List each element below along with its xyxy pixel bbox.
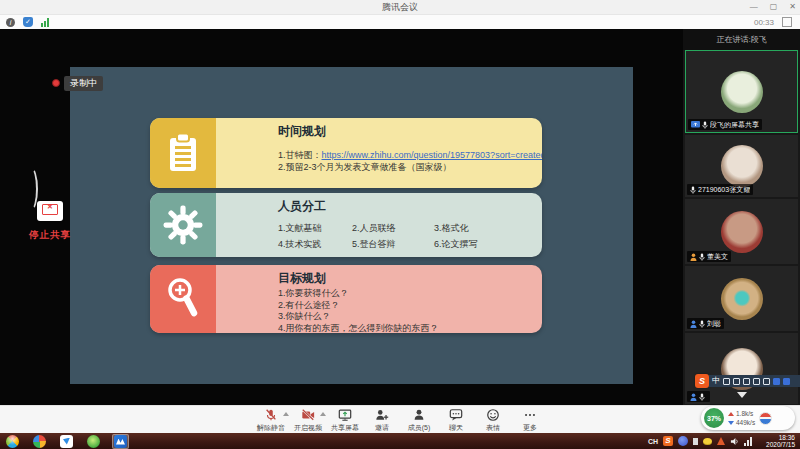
invite-button[interactable]: 邀请 [367,408,397,433]
card-list-item: 4.用你有的东西，怎么得到你缺的东西？ [278,323,542,333]
card-list-item: 1.你要获得什么？ [278,288,542,300]
share-screen-button[interactable]: 共享屏幕 [330,408,360,433]
gear-icon [150,193,216,257]
unmute-button[interactable]: 解除静音 [256,408,286,433]
card-list: 1.你要获得什么？2.有什么途径？3.你缺什么？4.用你有的东西，怎么得到你缺的… [278,288,542,333]
card-body: 人员分工1.文献基础2.人员联络3.格式化4.技术实践5.登台答辩6.论文撰写 [216,193,542,257]
card-time: 时间规划1.甘特图：https://www.zhihu.com/question… [150,118,542,188]
card-grid: 1.文献基础2.人员联络3.格式化4.技术实践5.登台答辩6.论文撰写 [278,222,534,251]
slide-link[interactable]: https://www.zhihu.com/question/19577803?… [322,150,542,160]
invite-icon [375,408,389,422]
card-people: 人员分工1.文献基础2.人员联络3.格式化4.技术实践5.登台答辩6.论文撰写 [150,193,542,257]
start-button[interactable] [4,434,21,449]
mic-mini-icon [690,186,696,194]
mic-icon[interactable] [743,378,750,385]
clipboard-icon[interactable] [763,378,770,385]
meeting-info-icon[interactable]: i [6,18,15,27]
participant-name: 段飞的屏幕共享 [710,120,759,130]
stop-share-button[interactable]: 停止共享 [20,201,80,242]
chevron-up-icon[interactable] [320,412,326,416]
upload-arrow-icon [728,412,734,416]
members-button[interactable]: 成员(5) [404,408,434,433]
mic-mini-icon [699,393,705,401]
app-pinwheel-icon [33,435,46,448]
participant-label [687,391,710,402]
toolbox-icon[interactable] [783,378,790,385]
card-body: 时间规划1.甘特图：https://www.zhihu.com/question… [216,118,542,188]
chat-button[interactable]: 聊天 [441,408,471,433]
window-title: 腾讯会议 [0,1,800,14]
participant-label: 董美文 [687,251,731,262]
participant-name: 董美文 [707,252,728,262]
security-shield-icon[interactable]: ✓ [23,17,33,27]
card-grid-item: 1.文献基础 [278,222,352,235]
card-list-item: 2.有什么途径？ [278,300,542,312]
performance-widget[interactable]: 37% 1.8k/s 449k/s [701,406,795,430]
person-blue-mini-icon [690,320,697,328]
start-video-button[interactable]: 开启视频 [293,408,323,433]
network-tray-icon[interactable] [744,437,752,446]
close-button[interactable]: ✕ [789,0,796,14]
card-grid-item: 5.登台答辩 [352,238,434,251]
collapse-sidebar-button[interactable] [737,392,747,398]
chevron-up-icon[interactable] [283,412,289,416]
participant-tile[interactable]: 27190603张文耀 [685,135,798,197]
taskbar-clock[interactable]: 18:36 2020/7/15 [757,434,797,448]
app-tencent-meeting[interactable] [112,434,129,449]
mic-muted-icon [264,408,278,422]
flame-icon[interactable] [717,437,725,445]
meeting-statusbar: i ✓ 00:33 [0,15,800,30]
participant-tile[interactable]: 段飞的屏幕共享 [685,50,798,133]
fullscreen-icon[interactable] [782,17,792,27]
minimize-button[interactable]: — [750,0,758,14]
participant-tile[interactable]: 刘聪 [685,266,798,331]
maximize-button[interactable]: ▢ [770,0,778,14]
participant-label: 刘聪 [687,318,724,329]
participant-tile[interactable]: 董美文 [685,199,798,264]
emoji-button[interactable]: 表情 [478,408,508,433]
participant-avatar [721,211,763,253]
keyboard-icon[interactable] [753,378,760,385]
blue-circle-icon[interactable] [678,436,688,446]
toolbar-label: 成员(5) [408,423,431,433]
toolbar-label: 邀请 [375,423,389,433]
ime-toolbar[interactable]: S 中 [695,374,800,388]
toolbar-label: 共享屏幕 [331,423,359,433]
app-safe[interactable] [85,434,102,449]
toolbar-label: 更多 [523,423,537,433]
magnifier-plus-icon [150,265,216,333]
meeting-timer: 00:33 [754,18,774,27]
participants-sidebar: 正在讲话:段飞 段飞的屏幕共享27190603张文耀董美文刘聪 S 中 [683,29,800,405]
card-line: 2.预留2-3个月为发表文章做准备（国家级） [278,162,542,174]
mic-mini-icon [699,320,705,328]
sogou-icon[interactable]: S [695,374,709,388]
volume-icon[interactable] [730,432,739,449]
gear-icon[interactable] [733,378,740,385]
screen-share-icon [338,408,352,422]
stop-share-icon [37,201,63,221]
more-button[interactable]: 更多 [515,408,545,433]
sogou-tray-icon[interactable]: S [663,436,673,446]
card-grid-item: 3.格式化 [434,222,530,235]
duck-icon[interactable] [703,438,712,445]
participant-avatar [721,278,763,320]
system-tray: CHS 18:36 2020/7/15 [648,432,800,449]
participant-name: 刘聪 [707,319,721,329]
card-body: 目标规划1.你要获得什么？2.有什么途径？3.你缺什么？4.用你有的东西，怎么得… [216,265,542,333]
lightning-icon[interactable] [723,378,730,385]
download-speed: 449k/s [728,418,755,427]
card-goal: 目标规划1.你要获得什么？2.有什么途径？3.你缺什么？4.用你有的东西，怎么得… [150,265,542,333]
app-bird[interactable] [58,434,75,449]
person-icon[interactable] [773,378,780,385]
chinese-mode-icon[interactable]: 中 [712,376,720,386]
app-pinwheel[interactable] [31,434,48,449]
card-list-item: 3.你缺什么？ [278,311,542,323]
network-quality-icon [41,18,49,27]
stop-share-label: 停止共享 [20,229,80,242]
mini-white-icon[interactable] [693,438,698,445]
speed-ball-icon[interactable] [759,412,772,425]
card-grid-item: 6.论文撰写 [434,238,530,251]
memory-percent-badge: 37% [704,408,724,428]
taskbar: CHS 18:36 2020/7/15 [0,433,800,449]
lang-indicator[interactable]: CH [648,438,658,445]
